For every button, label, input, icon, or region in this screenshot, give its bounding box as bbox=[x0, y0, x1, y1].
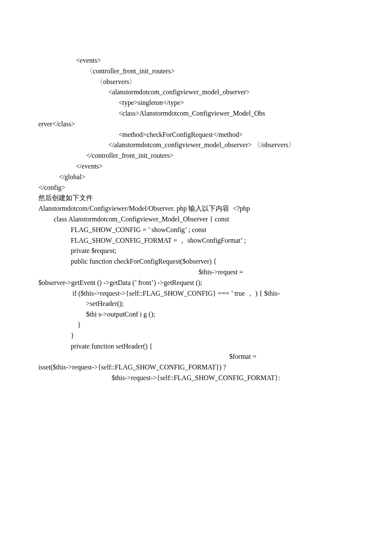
code-line: <method>checkForConfigRequest</method> bbox=[38, 130, 354, 140]
code-line: <class>Alanstormdotcom_Configviewer_Mode… bbox=[38, 108, 354, 119]
code-line: if ($this->request->{self::FLAG_SHOW_CON… bbox=[38, 288, 354, 299]
code-line: </controller_front_init_routers> bbox=[38, 151, 354, 161]
code-line: } bbox=[38, 331, 354, 341]
code-line: $this->request->{self::FLAG_SHOW_CONFIG_… bbox=[38, 373, 354, 384]
code-line: $this->request = bbox=[38, 267, 354, 278]
code-line: $format = bbox=[38, 352, 354, 362]
code-line: class Alanstormdotcom_Configviewer_Model… bbox=[38, 214, 354, 225]
document-page: <events> 〈controller_front_init_routers>… bbox=[0, 0, 392, 555]
code-line: </events> bbox=[38, 161, 354, 172]
code-line: <events> bbox=[38, 55, 354, 66]
code-line: 〈controller_front_init_routers> bbox=[38, 66, 354, 77]
code-line: $thi s->outputConf i g (); bbox=[38, 309, 354, 320]
code-line: public function checkForConfigRequest($o… bbox=[38, 256, 354, 267]
code-line: FLAG_SHOW_CONFIG = ’ showConfig’ ; const bbox=[38, 225, 354, 235]
code-line: </config> bbox=[38, 183, 354, 193]
code-line: Alanstormdotcom/Configviewer/Model/Obser… bbox=[38, 203, 354, 214]
code-line: <alanstormdotcom_configviewer_model_obse… bbox=[38, 87, 354, 98]
code-line: private function setHeader() { bbox=[38, 341, 354, 352]
code-line: >setHeader(); bbox=[38, 299, 354, 309]
code-line: </alanstormdotcom_configviewer_model_obs… bbox=[38, 140, 354, 151]
code-line: </global> bbox=[38, 172, 354, 183]
code-line: } bbox=[38, 320, 354, 331]
code-line: private $request; bbox=[38, 246, 354, 256]
code-line: <type>singleton</type> bbox=[38, 98, 354, 108]
text-line: 然后创建如下文件 bbox=[38, 193, 354, 203]
code-line: isset($this->request->{self::FLAG_SHOW_C… bbox=[38, 362, 354, 373]
code-line: FLAG_SHOW_CONFIG_FORMAT = ， showConfigFo… bbox=[38, 235, 354, 246]
code-line: $observer->getEvent () ->getData (’ fron… bbox=[38, 278, 354, 288]
code-line: 〈observers〉 bbox=[38, 77, 354, 87]
code-line: erver</class> bbox=[38, 119, 354, 130]
